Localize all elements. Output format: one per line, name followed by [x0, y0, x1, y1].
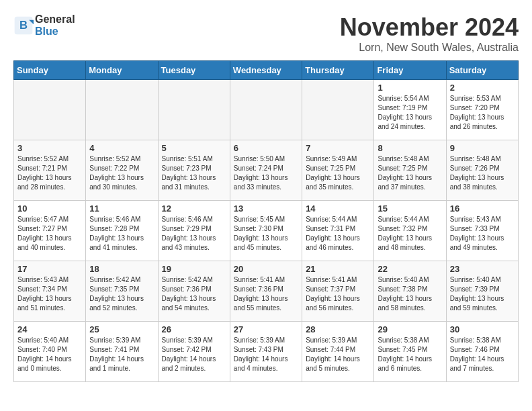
day-info: Sunrise: 5:52 AM Sunset: 7:21 PM Dayligh…	[17, 154, 82, 192]
day-number: 9	[450, 143, 515, 153]
day-number: 1	[378, 83, 442, 93]
day-info: Sunrise: 5:45 AM Sunset: 7:30 PM Dayligh…	[234, 215, 298, 253]
calendar-week-row: 3Sunrise: 5:52 AM Sunset: 7:21 PM Daylig…	[14, 140, 519, 201]
day-number: 2	[450, 83, 515, 93]
day-info: Sunrise: 5:40 AM Sunset: 7:40 PM Dayligh…	[17, 336, 82, 373]
day-info: Sunrise: 5:38 AM Sunset: 7:46 PM Dayligh…	[450, 336, 515, 373]
svg-text:B: B	[19, 19, 28, 32]
day-number: 20	[234, 264, 298, 274]
day-info: Sunrise: 5:42 AM Sunset: 7:36 PM Dayligh…	[162, 275, 226, 313]
day-number: 13	[234, 203, 298, 214]
day-number: 8	[378, 143, 442, 153]
page-header: B General Blue November 2024 Lorn, New S…	[13, 13, 519, 54]
day-number: 14	[306, 203, 370, 214]
calendar-cell	[302, 80, 374, 140]
calendar-cell: 9Sunrise: 5:48 AM Sunset: 7:26 PM Daylig…	[446, 140, 518, 201]
calendar-cell: 7Sunrise: 5:49 AM Sunset: 7:25 PM Daylig…	[302, 140, 374, 201]
day-number: 5	[162, 143, 226, 153]
month-title: November 2024	[340, 13, 519, 42]
day-info: Sunrise: 5:43 AM Sunset: 7:34 PM Dayligh…	[17, 275, 82, 313]
day-info: Sunrise: 5:50 AM Sunset: 7:24 PM Dayligh…	[234, 154, 298, 192]
calendar-week-row: 10Sunrise: 5:47 AM Sunset: 7:27 PM Dayli…	[14, 201, 519, 261]
day-header-wednesday: Wednesday	[230, 61, 302, 80]
day-number: 22	[378, 264, 442, 274]
calendar-table: SundayMondayTuesdayWednesdayThursdayFrid…	[13, 60, 519, 382]
day-number: 11	[89, 203, 154, 214]
calendar-cell: 1Sunrise: 5:54 AM Sunset: 7:19 PM Daylig…	[374, 80, 446, 140]
day-info: Sunrise: 5:39 AM Sunset: 7:43 PM Dayligh…	[234, 336, 298, 373]
day-header-saturday: Saturday	[446, 61, 518, 80]
day-number: 26	[162, 324, 226, 334]
day-number: 29	[378, 324, 442, 334]
calendar-cell: 16Sunrise: 5:43 AM Sunset: 7:33 PM Dayli…	[446, 201, 518, 261]
day-info: Sunrise: 5:47 AM Sunset: 7:27 PM Dayligh…	[17, 215, 82, 253]
day-info: Sunrise: 5:43 AM Sunset: 7:33 PM Dayligh…	[450, 215, 515, 253]
day-info: Sunrise: 5:51 AM Sunset: 7:23 PM Dayligh…	[162, 154, 226, 192]
calendar-cell: 3Sunrise: 5:52 AM Sunset: 7:21 PM Daylig…	[14, 140, 86, 201]
calendar-cell: 23Sunrise: 5:40 AM Sunset: 7:39 PM Dayli…	[446, 261, 518, 322]
calendar-cell: 13Sunrise: 5:45 AM Sunset: 7:30 PM Dayli…	[230, 201, 302, 261]
day-info: Sunrise: 5:39 AM Sunset: 7:44 PM Dayligh…	[306, 336, 370, 373]
day-info: Sunrise: 5:39 AM Sunset: 7:42 PM Dayligh…	[162, 336, 226, 373]
day-number: 4	[89, 143, 154, 153]
calendar-cell: 15Sunrise: 5:44 AM Sunset: 7:32 PM Dayli…	[374, 201, 446, 261]
day-number: 12	[162, 203, 226, 214]
day-number: 18	[89, 264, 154, 274]
day-header-thursday: Thursday	[302, 61, 374, 80]
calendar-cell: 17Sunrise: 5:43 AM Sunset: 7:34 PM Dayli…	[14, 261, 86, 322]
day-header-tuesday: Tuesday	[158, 61, 230, 80]
day-number: 27	[234, 324, 298, 334]
calendar-cell: 4Sunrise: 5:52 AM Sunset: 7:22 PM Daylig…	[86, 140, 158, 201]
day-info: Sunrise: 5:41 AM Sunset: 7:37 PM Dayligh…	[306, 275, 370, 313]
calendar-cell: 11Sunrise: 5:46 AM Sunset: 7:28 PM Dayli…	[86, 201, 158, 261]
calendar-cell: 21Sunrise: 5:41 AM Sunset: 7:37 PM Dayli…	[302, 261, 374, 322]
day-number: 19	[162, 264, 226, 274]
day-header-friday: Friday	[374, 61, 446, 80]
day-info: Sunrise: 5:39 AM Sunset: 7:41 PM Dayligh…	[89, 336, 154, 373]
day-info: Sunrise: 5:42 AM Sunset: 7:35 PM Dayligh…	[89, 275, 154, 313]
calendar-cell: 26Sunrise: 5:39 AM Sunset: 7:42 PM Dayli…	[158, 322, 230, 382]
day-number: 10	[17, 203, 82, 214]
calendar-cell: 27Sunrise: 5:39 AM Sunset: 7:43 PM Dayli…	[230, 322, 302, 382]
logo-blue: Blue	[35, 26, 75, 38]
calendar-week-row: 24Sunrise: 5:40 AM Sunset: 7:40 PM Dayli…	[14, 322, 519, 382]
calendar-cell: 24Sunrise: 5:40 AM Sunset: 7:40 PM Dayli…	[14, 322, 86, 382]
calendar-cell	[86, 80, 158, 140]
day-info: Sunrise: 5:54 AM Sunset: 7:19 PM Dayligh…	[378, 94, 442, 132]
day-number: 24	[17, 324, 82, 334]
day-header-sunday: Sunday	[14, 61, 86, 80]
day-info: Sunrise: 5:48 AM Sunset: 7:25 PM Dayligh…	[378, 154, 442, 192]
calendar-cell: 6Sunrise: 5:50 AM Sunset: 7:24 PM Daylig…	[230, 140, 302, 201]
day-number: 21	[306, 264, 370, 274]
day-info: Sunrise: 5:38 AM Sunset: 7:45 PM Dayligh…	[378, 336, 442, 373]
calendar-cell	[14, 80, 86, 140]
day-number: 30	[450, 324, 515, 334]
calendar-cell: 2Sunrise: 5:53 AM Sunset: 7:20 PM Daylig…	[446, 80, 518, 140]
day-number: 6	[234, 143, 298, 153]
logo: B General Blue	[13, 13, 75, 37]
day-number: 16	[450, 203, 515, 214]
location: Lorn, New South Wales, Australia	[340, 42, 519, 54]
day-info: Sunrise: 5:53 AM Sunset: 7:20 PM Dayligh…	[450, 94, 515, 132]
day-info: Sunrise: 5:40 AM Sunset: 7:38 PM Dayligh…	[378, 275, 442, 313]
day-info: Sunrise: 5:46 AM Sunset: 7:28 PM Dayligh…	[89, 215, 154, 253]
day-number: 15	[378, 203, 442, 214]
calendar-cell: 8Sunrise: 5:48 AM Sunset: 7:25 PM Daylig…	[374, 140, 446, 201]
calendar-week-row: 17Sunrise: 5:43 AM Sunset: 7:34 PM Dayli…	[14, 261, 519, 322]
day-number: 25	[89, 324, 154, 334]
calendar-cell: 20Sunrise: 5:41 AM Sunset: 7:36 PM Dayli…	[230, 261, 302, 322]
day-number: 28	[306, 324, 370, 334]
day-info: Sunrise: 5:41 AM Sunset: 7:36 PM Dayligh…	[234, 275, 298, 313]
calendar-cell	[158, 80, 230, 140]
calendar-cell: 12Sunrise: 5:46 AM Sunset: 7:29 PM Dayli…	[158, 201, 230, 261]
calendar-cell: 29Sunrise: 5:38 AM Sunset: 7:45 PM Dayli…	[374, 322, 446, 382]
calendar-cell: 25Sunrise: 5:39 AM Sunset: 7:41 PM Dayli…	[86, 322, 158, 382]
day-info: Sunrise: 5:49 AM Sunset: 7:25 PM Dayligh…	[306, 154, 370, 192]
calendar-cell: 5Sunrise: 5:51 AM Sunset: 7:23 PM Daylig…	[158, 140, 230, 201]
calendar-header-row: SundayMondayTuesdayWednesdayThursdayFrid…	[14, 61, 519, 80]
calendar-cell: 14Sunrise: 5:44 AM Sunset: 7:31 PM Dayli…	[302, 201, 374, 261]
logo-general: General	[35, 13, 75, 26]
calendar-week-row: 1Sunrise: 5:54 AM Sunset: 7:19 PM Daylig…	[14, 80, 519, 140]
logo-icon: B	[13, 15, 34, 36]
day-info: Sunrise: 5:40 AM Sunset: 7:39 PM Dayligh…	[450, 275, 515, 313]
